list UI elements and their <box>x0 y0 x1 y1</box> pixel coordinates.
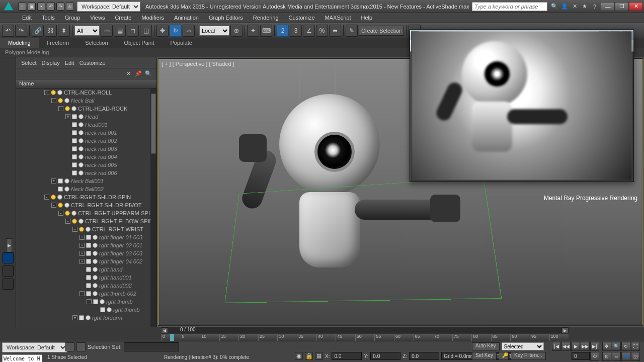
workspace-selector-bottom[interactable]: Workspace: Default <box>2 342 67 352</box>
tree-toggle[interactable]: + <box>79 259 85 264</box>
help-search-input[interactable] <box>472 2 547 11</box>
angle-snap-button[interactable]: ∠ <box>303 25 315 37</box>
tree-node[interactable]: +rght finger 03 003 <box>16 249 156 257</box>
search-icon[interactable]: 🔍 <box>550 3 558 11</box>
tree-toggle[interactable]: - <box>51 98 56 103</box>
tree-node[interactable]: -CTRL-RGHT-UPPRARM-SPIN <box>16 209 156 217</box>
tree-node[interactable]: +Neck Ball001 <box>16 177 156 185</box>
panel-menu-customize[interactable]: Customize <box>79 60 106 66</box>
visibility-toggle[interactable] <box>78 130 84 135</box>
prev-frame-button[interactable]: ◀◀ <box>561 342 571 351</box>
tree-toggle[interactable]: + <box>72 315 77 320</box>
tree-toggle[interactable]: - <box>79 291 85 296</box>
nav-max-button[interactable]: ⛶ <box>631 342 640 351</box>
visibility-toggle[interactable] <box>100 299 105 304</box>
unlink-button[interactable]: ⛓ <box>45 25 57 37</box>
selection-lock-icon[interactable] <box>65 342 74 351</box>
link-button[interactable]: 🔗 <box>32 25 44 37</box>
menu-graph-editors[interactable]: Graph Editors <box>204 13 248 23</box>
redo-button[interactable]: ↷ <box>15 25 27 37</box>
tree-toggle[interactable]: - <box>58 106 63 111</box>
transform-type-in-icon[interactable]: ⊞ <box>315 352 323 360</box>
visibility-toggle[interactable] <box>78 146 84 151</box>
visibility-toggle[interactable] <box>93 243 98 248</box>
panel-menu-display[interactable]: Display <box>42 60 60 66</box>
visibility-toggle[interactable] <box>64 98 69 103</box>
tree-node[interactable]: Neck Ball002 <box>16 185 156 193</box>
toggle-button[interactable] <box>3 279 14 290</box>
maximize-button[interactable]: ☐ <box>615 2 629 11</box>
activeshade-render-view[interactable] <box>411 31 632 180</box>
tree-node[interactable]: Head001 <box>16 121 156 129</box>
menu-animation[interactable]: Animation <box>169 13 204 23</box>
visibility-toggle[interactable] <box>93 275 98 280</box>
visibility-toggle[interactable] <box>86 227 91 232</box>
redo-icon[interactable]: ↷ <box>56 3 64 11</box>
visibility-toggle[interactable] <box>107 307 112 312</box>
new-icon[interactable]: ▫ <box>18 3 26 11</box>
save-icon[interactable]: ▪ <box>37 3 45 11</box>
time-prev-button[interactable]: ◀ <box>161 327 168 333</box>
menu-tools[interactable]: Tools <box>37 13 60 23</box>
rotate-button[interactable]: ↻ <box>170 25 182 37</box>
play-button[interactable]: ▶ <box>571 342 580 351</box>
visibility-toggle[interactable] <box>78 114 84 119</box>
select-object-button[interactable]: ▭ <box>101 25 113 37</box>
scale-button[interactable]: ▱ <box>183 25 195 37</box>
visibility-toggle[interactable] <box>64 178 69 184</box>
tree-toggle[interactable]: - <box>44 195 49 200</box>
workspace-selector[interactable]: Workspace: Default <box>77 2 140 12</box>
pivot-button[interactable]: ⊕ <box>230 25 243 37</box>
tree-node[interactable]: -CTRL-RGHT-SHLDR-SPIN <box>16 193 156 201</box>
tree-toggle[interactable]: - <box>65 219 70 224</box>
pin-icon[interactable]: 📌 <box>134 70 142 78</box>
visibility-toggle[interactable] <box>71 211 76 216</box>
tree-node[interactable]: neck rod 006 <box>16 169 156 177</box>
favorite-icon[interactable]: ★ <box>581 3 589 11</box>
tree-node[interactable]: neck rod 004 <box>16 153 156 161</box>
visibility-toggle[interactable] <box>93 291 98 296</box>
exchange-icon[interactable]: ✕ <box>571 3 579 11</box>
tree-node[interactable]: rght hand <box>16 265 156 274</box>
visibility-toggle[interactable] <box>86 315 91 320</box>
tree-toggle[interactable]: + <box>79 235 85 240</box>
close-button[interactable]: ✕ <box>629 2 643 11</box>
ribbon-tab-populate[interactable]: Populate <box>162 38 200 48</box>
visibility-toggle[interactable] <box>78 154 84 159</box>
ribbon-tab-freeform[interactable]: Freeform <box>39 38 77 48</box>
nav-zoom-button[interactable]: 🔍 <box>612 342 621 351</box>
tree-node[interactable]: +rght forearm <box>16 314 156 322</box>
menu-maxscript[interactable]: MAXScript <box>320 13 356 23</box>
z-coord-input[interactable] <box>409 352 439 360</box>
tree-toggle[interactable]: - <box>51 203 56 208</box>
manipulate-button[interactable]: ✦ <box>247 25 259 37</box>
tree-toggle[interactable]: - <box>58 211 63 216</box>
layer-explorer-button[interactable] <box>3 265 14 277</box>
nav-orbit-button[interactable]: ↻ <box>621 342 630 351</box>
visibility-toggle[interactable] <box>93 267 98 272</box>
tree-node[interactable]: +rght finger 04 002 <box>16 257 156 265</box>
menu-edit[interactable]: Edit <box>17 13 37 23</box>
scene-explorer-button[interactable] <box>3 252 14 263</box>
nav-pan-button[interactable]: ✥ <box>602 342 611 351</box>
menu-help[interactable]: Help <box>356 13 378 23</box>
panel-menu-select[interactable]: Select <box>21 60 37 66</box>
isolate-icon[interactable]: ◉ <box>295 352 303 360</box>
named-selection-input[interactable] <box>359 26 404 36</box>
tree-node[interactable]: neck rod 005 <box>16 161 156 169</box>
tree-node[interactable]: -Neck Ball <box>16 97 156 105</box>
tree-toggle[interactable]: + <box>79 251 85 256</box>
keyfilters-button[interactable]: Key Filters... <box>511 352 546 360</box>
visibility-toggle[interactable] <box>57 90 62 95</box>
tree-node[interactable]: neck rod 003 <box>16 145 156 153</box>
visibility-toggle[interactable] <box>78 162 84 167</box>
tree-scrollbar[interactable] <box>150 88 156 327</box>
tree-node[interactable]: -rght thumb <box>16 298 156 306</box>
select-rect-button[interactable]: ◻ <box>127 25 139 37</box>
key-mode-selector[interactable]: Selected <box>502 342 544 350</box>
nav-zoom-extents-button[interactable]: ⊡ <box>602 352 611 361</box>
tree-node[interactable]: +rght finger 02 001 <box>16 241 156 249</box>
time-slider[interactable]: ◀ 0 / 100 ▶ <box>161 327 569 334</box>
visibility-toggle[interactable] <box>93 235 98 240</box>
ribbon-tab-modeling[interactable]: Modeling <box>0 38 39 48</box>
